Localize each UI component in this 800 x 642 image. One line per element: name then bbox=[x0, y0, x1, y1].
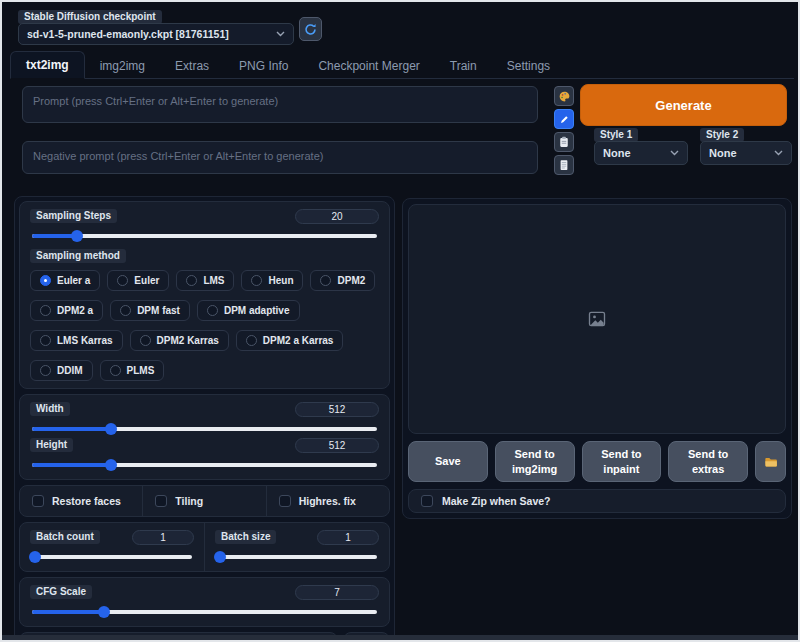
make-zip-checkbox[interactable]: Make Zip when Save? bbox=[408, 489, 786, 513]
notepad-button[interactable] bbox=[554, 155, 574, 175]
batch-count-slider[interactable] bbox=[32, 555, 192, 559]
style1-value: None bbox=[603, 147, 631, 159]
sampler-lms[interactable]: LMS bbox=[176, 270, 234, 291]
sampling-steps-label: Sampling Steps bbox=[30, 209, 117, 223]
radio-icon bbox=[320, 275, 331, 286]
slider-thumb[interactable] bbox=[214, 551, 226, 563]
width-value[interactable]: 512 bbox=[295, 402, 379, 417]
sampler-dpm2-a[interactable]: DPM2 a bbox=[30, 300, 103, 321]
batch-size-group: Batch size 1 bbox=[204, 523, 389, 571]
tab-img2img[interactable]: img2img bbox=[85, 53, 160, 79]
radio-icon bbox=[207, 305, 218, 316]
sampling-steps-slider[interactable] bbox=[32, 234, 377, 238]
dimensions-panel: Width 512 Height 512 bbox=[19, 394, 390, 480]
sampler-lms-karras[interactable]: LMS Karras bbox=[30, 330, 123, 351]
sampler-dpm-fast[interactable]: DPM fast bbox=[110, 300, 190, 321]
sampler-plms[interactable]: PLMS bbox=[100, 360, 165, 381]
width-label: Width bbox=[30, 402, 70, 416]
tab-checkpoint-merger[interactable]: Checkpoint Merger bbox=[303, 53, 434, 79]
radio-icon bbox=[246, 335, 257, 346]
app-root: Stable Diffusion checkpoint sd-v1-5-prun… bbox=[2, 2, 798, 640]
radio-icon bbox=[120, 305, 131, 316]
window-frame: Stable Diffusion checkpoint sd-v1-5-prun… bbox=[0, 0, 800, 642]
prompt-input[interactable] bbox=[22, 86, 538, 123]
settings-column: Sampling Steps 20 Sampling method Euler … bbox=[14, 196, 395, 642]
checkbox-icon bbox=[279, 495, 291, 507]
open-folder-button[interactable] bbox=[755, 441, 786, 482]
refresh-checkpoint-button[interactable] bbox=[299, 17, 322, 41]
batch-count-value[interactable]: 1 bbox=[132, 530, 194, 545]
image-placeholder-icon bbox=[587, 309, 607, 329]
tab-settings[interactable]: Settings bbox=[492, 53, 565, 79]
chevron-down-icon bbox=[276, 31, 285, 37]
cfg-scale-label: CFG Scale bbox=[30, 585, 92, 599]
radio-icon bbox=[40, 365, 51, 376]
refresh-icon bbox=[304, 23, 317, 36]
batch-count-group: Batch count 1 bbox=[20, 523, 204, 571]
tab-png-info[interactable]: PNG Info bbox=[224, 53, 303, 79]
checkpoint-dropdown[interactable]: sd-v1-5-pruned-emaonly.ckpt [81761151] bbox=[18, 23, 294, 45]
style1-dropdown[interactable]: None bbox=[594, 141, 688, 165]
sampler-euler-a[interactable]: Euler a bbox=[30, 270, 100, 291]
chevron-down-icon bbox=[670, 150, 679, 156]
bottom-strip bbox=[2, 635, 798, 640]
tab-extras[interactable]: Extras bbox=[160, 53, 224, 79]
radio-icon bbox=[186, 275, 197, 286]
checkpoint-label: Stable Diffusion checkpoint bbox=[18, 10, 162, 24]
style2-label: Style 2 bbox=[700, 128, 744, 142]
folder-icon bbox=[764, 455, 778, 469]
sampler-dpm2-a-karras[interactable]: DPM2 a Karras bbox=[236, 330, 344, 351]
tab-txt2img[interactable]: txt2img bbox=[10, 51, 85, 79]
style1-label: Style 1 bbox=[594, 128, 638, 142]
batch-size-value[interactable]: 1 bbox=[317, 530, 379, 545]
radio-icon bbox=[40, 305, 51, 316]
brush-button[interactable] bbox=[554, 109, 574, 129]
height-value[interactable]: 512 bbox=[295, 438, 379, 453]
cfg-scale-slider[interactable] bbox=[32, 610, 377, 614]
sampler-dpm2-karras[interactable]: DPM2 Karras bbox=[130, 330, 229, 351]
notepad-icon bbox=[558, 159, 570, 171]
batch-count-label: Batch count bbox=[30, 530, 100, 544]
chevron-down-icon bbox=[774, 150, 783, 156]
sampling-steps-value[interactable]: 20 bbox=[295, 209, 379, 224]
generate-button[interactable]: Generate bbox=[580, 84, 787, 126]
clipboard-button[interactable] bbox=[554, 132, 574, 152]
sampler-euler[interactable]: Euler bbox=[107, 270, 169, 291]
save-button[interactable]: Save bbox=[408, 441, 488, 482]
send-to-extras-button[interactable]: Send to extras bbox=[668, 441, 748, 482]
toggles-panel: Restore faces Tiling Highres. fix bbox=[19, 485, 390, 517]
cfg-panel: CFG Scale 7 bbox=[19, 577, 390, 627]
slider-thumb[interactable] bbox=[71, 230, 83, 242]
sampler-ddim[interactable]: DDIM bbox=[30, 360, 93, 381]
radio-icon bbox=[117, 275, 128, 286]
slider-thumb[interactable] bbox=[105, 459, 117, 471]
restore-faces-checkbox[interactable]: Restore faces bbox=[20, 486, 142, 516]
highres-fix-checkbox[interactable]: Highres. fix bbox=[266, 486, 389, 516]
sampler-dpm-adaptive[interactable]: DPM adaptive bbox=[197, 300, 300, 321]
width-slider[interactable] bbox=[32, 427, 377, 431]
sampler-heun[interactable]: Heun bbox=[241, 270, 303, 291]
cfg-scale-value[interactable]: 7 bbox=[295, 585, 379, 600]
slider-thumb[interactable] bbox=[105, 423, 117, 435]
sampling-method-group: Euler a Euler LMS Heun DPM2 DPM2 a DPM f… bbox=[30, 270, 379, 381]
sampling-method-label: Sampling method bbox=[30, 249, 126, 263]
batch-size-slider[interactable] bbox=[217, 555, 377, 559]
style2-dropdown[interactable]: None bbox=[700, 141, 792, 165]
batch-panel: Batch count 1 Batch size 1 bbox=[19, 522, 390, 572]
slider-thumb[interactable] bbox=[29, 551, 41, 563]
height-label: Height bbox=[30, 438, 73, 452]
negative-prompt-input[interactable] bbox=[22, 141, 538, 174]
send-to-inpaint-button[interactable]: Send to inpaint bbox=[582, 441, 662, 482]
palette-button[interactable] bbox=[554, 86, 574, 106]
checkpoint-value: sd-v1-5-pruned-emaonly.ckpt [81761151] bbox=[27, 28, 229, 40]
tab-bar: txt2img img2img Extras PNG Info Checkpoi… bbox=[10, 51, 794, 79]
palette-icon bbox=[558, 90, 571, 103]
result-gallery bbox=[408, 204, 786, 434]
sampler-dpm2[interactable]: DPM2 bbox=[310, 270, 375, 291]
slider-thumb[interactable] bbox=[98, 606, 110, 618]
send-to-img2img-button[interactable]: Send to img2img bbox=[495, 441, 575, 482]
tab-train[interactable]: Train bbox=[435, 53, 492, 79]
output-buttons-row: Save Send to img2img Send to inpaint Sen… bbox=[408, 441, 786, 482]
height-slider[interactable] bbox=[32, 463, 377, 467]
tiling-checkbox[interactable]: Tiling bbox=[142, 486, 265, 516]
